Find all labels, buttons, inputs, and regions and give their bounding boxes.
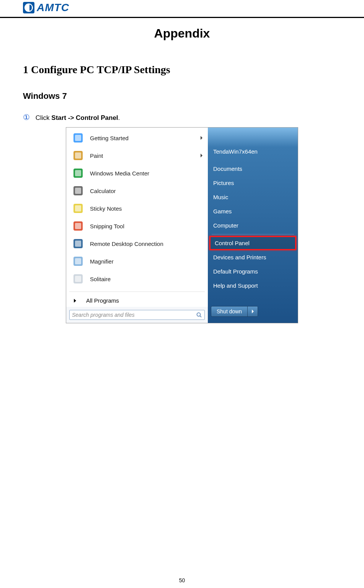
program-item[interactable]: Remote Desktop Connection <box>66 235 208 252</box>
search-placeholder: Search programs and files <box>72 312 196 318</box>
svg-rect-17 <box>75 276 81 282</box>
program-item[interactable]: Calculator <box>66 182 208 200</box>
document-page: AMTC Appendix 1 Configure PC TCP/IP Sett… <box>0 0 364 588</box>
program-icon <box>72 237 85 250</box>
shutdown-row: Shut down <box>208 303 298 320</box>
program-icon <box>72 167 85 180</box>
section-heading-2: Windows 7 <box>23 91 341 101</box>
program-icon <box>72 255 85 268</box>
all-programs-item[interactable]: All Programs <box>66 294 208 307</box>
start-menu-screenshot: Getting StartedPaintWindows Media Center… <box>66 127 298 323</box>
program-label: Solitaire <box>90 276 111 282</box>
program-icon <box>72 219 85 233</box>
right-item[interactable]: Help and Support <box>208 278 298 293</box>
chevron-right-icon <box>252 310 254 313</box>
program-label: Windows Media Center <box>90 170 149 177</box>
brand-header: AMTC <box>0 0 364 18</box>
svg-rect-9 <box>75 205 81 211</box>
shutdown-button[interactable]: Shut down <box>211 306 258 317</box>
right-item[interactable]: Default Programs <box>208 264 298 278</box>
section-heading-1: 1 Configure PC TCP/IP Settings <box>23 64 341 76</box>
submenu-arrow-icon <box>201 154 202 157</box>
program-label: Calculator <box>90 188 116 194</box>
svg-rect-15 <box>75 258 81 264</box>
program-label: Getting Started <box>90 135 129 141</box>
step-prefix: Click <box>36 114 52 121</box>
program-icon <box>72 184 85 197</box>
program-label: Sticky Notes <box>90 205 122 212</box>
program-item[interactable]: Windows Media Center <box>66 164 208 182</box>
svg-point-18 <box>197 313 201 316</box>
program-label: Paint <box>90 152 103 159</box>
search-row: Search programs and files <box>66 307 208 323</box>
shutdown-label: Shut down <box>211 306 247 316</box>
program-icon <box>72 131 85 144</box>
submenu-arrow-icon <box>201 136 202 140</box>
program-item[interactable]: Paint <box>66 147 208 164</box>
user-tile-slot <box>208 131 298 144</box>
shutdown-options-button[interactable] <box>247 306 258 316</box>
step-1: ① Click Start -> Control Panel. <box>23 113 341 122</box>
start-menu-body: Getting StartedPaintWindows Media Center… <box>66 128 298 323</box>
program-item[interactable]: Snipping Tool <box>66 217 208 235</box>
program-label: Remote Desktop Connection <box>90 241 163 247</box>
page-title: Appendix <box>23 26 341 41</box>
start-menu-right-pane: TendaWin7x64enDocumentsPicturesMusicGame… <box>208 128 298 323</box>
program-item[interactable]: Magnifier <box>66 252 208 270</box>
search-input[interactable]: Search programs and files <box>69 310 205 320</box>
program-label: Magnifier <box>90 258 114 265</box>
right-item-control-panel[interactable]: Control Panel <box>209 236 296 250</box>
brand-icon <box>23 2 34 13</box>
all-programs-arrow-icon <box>74 299 76 303</box>
right-item[interactable]: Pictures <box>208 176 298 190</box>
right-item[interactable]: Devices and Printers <box>208 250 298 264</box>
svg-rect-5 <box>75 170 81 176</box>
program-item[interactable]: Solitaire <box>66 270 208 288</box>
page-number: 50 <box>0 577 364 583</box>
start-menu-left-pane: Getting StartedPaintWindows Media Center… <box>66 128 208 323</box>
program-icon <box>72 149 85 162</box>
right-item[interactable]: Documents <box>208 162 298 176</box>
svg-rect-13 <box>75 241 81 247</box>
right-item[interactable]: Computer <box>208 218 298 233</box>
right-item[interactable]: Music <box>208 190 298 204</box>
step-bold: Start -> Control Panel <box>51 114 118 121</box>
all-programs-label: All Programs <box>86 297 119 304</box>
program-icon <box>72 202 85 215</box>
search-icon <box>196 312 202 318</box>
program-item[interactable]: Sticky Notes <box>66 200 208 217</box>
svg-rect-3 <box>75 152 81 159</box>
divider <box>69 292 205 292</box>
program-item[interactable]: Getting Started <box>66 129 208 147</box>
svg-rect-11 <box>75 223 81 229</box>
brand-text: AMTC <box>37 2 69 14</box>
step-suffix: . <box>118 114 120 121</box>
program-label: Snipping Tool <box>90 223 124 229</box>
divider <box>212 234 294 234</box>
step-number: ① <box>23 113 30 121</box>
right-item[interactable]: TendaWin7x64en <box>208 144 298 159</box>
right-item[interactable]: Games <box>208 204 298 218</box>
program-list: Getting StartedPaintWindows Media Center… <box>66 128 208 289</box>
svg-line-19 <box>200 316 202 318</box>
program-icon <box>72 272 85 285</box>
svg-rect-1 <box>75 135 81 141</box>
svg-rect-7 <box>75 188 81 194</box>
